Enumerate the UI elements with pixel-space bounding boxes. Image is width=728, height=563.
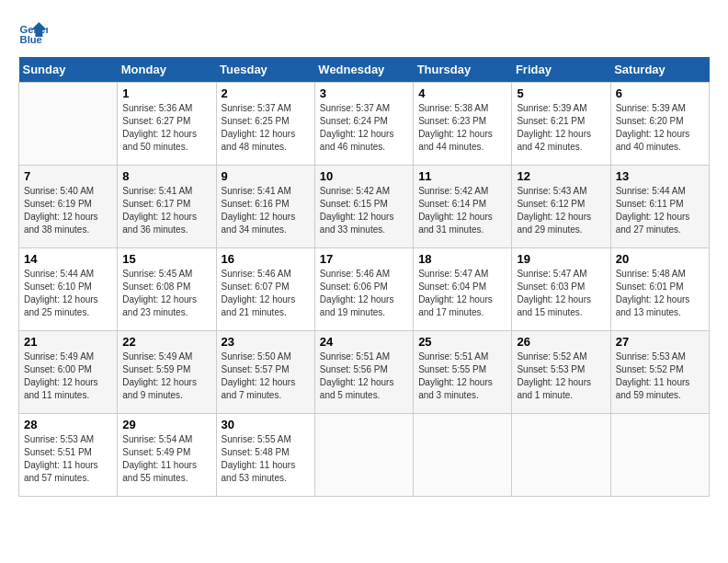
day-number: 19 bbox=[517, 252, 605, 266]
day-number: 10 bbox=[320, 169, 408, 183]
day-info: Sunrise: 5:47 AM Sunset: 6:03 PM Dayligh… bbox=[517, 268, 605, 319]
day-info: Sunrise: 5:40 AM Sunset: 6:19 PM Dayligh… bbox=[24, 185, 112, 236]
day-info: Sunrise: 5:46 AM Sunset: 6:06 PM Dayligh… bbox=[320, 268, 408, 319]
day-number: 8 bbox=[122, 169, 210, 183]
day-number: 28 bbox=[24, 418, 112, 431]
day-number: 1 bbox=[122, 86, 210, 100]
day-info: Sunrise: 5:41 AM Sunset: 6:17 PM Dayligh… bbox=[122, 185, 210, 236]
calendar-week-row: 14Sunrise: 5:44 AM Sunset: 6:10 PM Dayli… bbox=[19, 248, 710, 331]
calendar-cell: 12Sunrise: 5:43 AM Sunset: 6:12 PM Dayli… bbox=[512, 166, 610, 248]
calendar-cell: 29Sunrise: 5:54 AM Sunset: 5:49 PM Dayli… bbox=[118, 414, 216, 497]
day-number: 27 bbox=[616, 335, 704, 349]
calendar-cell: 1Sunrise: 5:36 AM Sunset: 6:27 PM Daylig… bbox=[118, 83, 216, 166]
day-number: 14 bbox=[24, 252, 112, 266]
day-of-week-header: Thursday bbox=[414, 57, 512, 83]
day-number: 23 bbox=[222, 335, 310, 349]
day-number: 6 bbox=[616, 86, 704, 100]
day-number: 2 bbox=[222, 86, 310, 100]
calendar-cell: 21Sunrise: 5:49 AM Sunset: 6:00 PM Dayli… bbox=[19, 331, 118, 414]
day-info: Sunrise: 5:43 AM Sunset: 6:12 PM Dayligh… bbox=[517, 185, 605, 236]
day-info: Sunrise: 5:39 AM Sunset: 6:21 PM Dayligh… bbox=[517, 102, 605, 154]
day-info: Sunrise: 5:50 AM Sunset: 5:57 PM Dayligh… bbox=[222, 350, 310, 402]
day-number: 30 bbox=[222, 418, 310, 431]
calendar-cell bbox=[314, 414, 413, 497]
logo-icon: General Blue bbox=[18, 18, 48, 48]
day-number: 18 bbox=[418, 252, 506, 266]
day-info: Sunrise: 5:37 AM Sunset: 6:25 PM Dayligh… bbox=[222, 102, 310, 154]
calendar-cell: 11Sunrise: 5:42 AM Sunset: 6:14 PM Dayli… bbox=[414, 166, 512, 248]
day-info: Sunrise: 5:53 AM Sunset: 5:51 PM Dayligh… bbox=[24, 433, 112, 485]
calendar-cell: 5Sunrise: 5:39 AM Sunset: 6:21 PM Daylig… bbox=[512, 83, 610, 166]
day-info: Sunrise: 5:46 AM Sunset: 6:07 PM Dayligh… bbox=[222, 268, 310, 319]
day-number: 4 bbox=[418, 86, 506, 100]
day-number: 12 bbox=[517, 169, 605, 183]
calendar-cell: 6Sunrise: 5:39 AM Sunset: 6:20 PM Daylig… bbox=[610, 83, 709, 166]
day-number: 29 bbox=[122, 418, 210, 431]
day-of-week-header: Monday bbox=[118, 57, 216, 83]
calendar-table: SundayMondayTuesdayWednesdayThursdayFrid… bbox=[18, 57, 710, 497]
day-info: Sunrise: 5:51 AM Sunset: 5:56 PM Dayligh… bbox=[320, 350, 408, 402]
day-number: 16 bbox=[222, 252, 310, 266]
day-info: Sunrise: 5:49 AM Sunset: 6:00 PM Dayligh… bbox=[24, 350, 112, 402]
day-info: Sunrise: 5:41 AM Sunset: 6:16 PM Dayligh… bbox=[222, 185, 310, 236]
calendar-week-row: 21Sunrise: 5:49 AM Sunset: 6:00 PM Dayli… bbox=[19, 331, 710, 414]
day-number: 24 bbox=[320, 335, 408, 349]
calendar-cell: 13Sunrise: 5:44 AM Sunset: 6:11 PM Dayli… bbox=[610, 166, 709, 248]
calendar-cell bbox=[19, 83, 118, 166]
day-info: Sunrise: 5:42 AM Sunset: 6:14 PM Dayligh… bbox=[418, 185, 506, 236]
calendar-cell bbox=[414, 414, 512, 497]
calendar-cell: 26Sunrise: 5:52 AM Sunset: 5:53 PM Dayli… bbox=[512, 331, 610, 414]
calendar-cell: 23Sunrise: 5:50 AM Sunset: 5:57 PM Dayli… bbox=[216, 331, 314, 414]
day-number: 5 bbox=[517, 86, 605, 100]
calendar-cell: 4Sunrise: 5:38 AM Sunset: 6:23 PM Daylig… bbox=[414, 83, 512, 166]
day-info: Sunrise: 5:55 AM Sunset: 5:48 PM Dayligh… bbox=[222, 433, 310, 485]
day-of-week-header: Sunday bbox=[19, 57, 118, 83]
calendar-cell: 2Sunrise: 5:37 AM Sunset: 6:25 PM Daylig… bbox=[216, 83, 314, 166]
calendar-cell: 28Sunrise: 5:53 AM Sunset: 5:51 PM Dayli… bbox=[19, 414, 118, 497]
day-info: Sunrise: 5:45 AM Sunset: 6:08 PM Dayligh… bbox=[122, 268, 210, 319]
day-number: 17 bbox=[320, 252, 408, 266]
calendar-cell: 15Sunrise: 5:45 AM Sunset: 6:08 PM Dayli… bbox=[118, 248, 216, 331]
day-number: 25 bbox=[418, 335, 506, 349]
day-info: Sunrise: 5:53 AM Sunset: 5:52 PM Dayligh… bbox=[616, 350, 704, 402]
calendar-cell: 22Sunrise: 5:49 AM Sunset: 5:59 PM Dayli… bbox=[118, 331, 216, 414]
calendar-cell: 17Sunrise: 5:46 AM Sunset: 6:06 PM Dayli… bbox=[314, 248, 413, 331]
day-info: Sunrise: 5:42 AM Sunset: 6:15 PM Dayligh… bbox=[320, 185, 408, 236]
calendar-cell: 8Sunrise: 5:41 AM Sunset: 6:17 PM Daylig… bbox=[118, 166, 216, 248]
calendar-cell: 10Sunrise: 5:42 AM Sunset: 6:15 PM Dayli… bbox=[314, 166, 413, 248]
logo: General Blue bbox=[18, 18, 51, 48]
day-number: 22 bbox=[122, 335, 210, 349]
day-info: Sunrise: 5:51 AM Sunset: 5:55 PM Dayligh… bbox=[418, 350, 506, 402]
day-number: 21 bbox=[24, 335, 112, 349]
day-info: Sunrise: 5:52 AM Sunset: 5:53 PM Dayligh… bbox=[517, 350, 605, 402]
calendar-cell: 18Sunrise: 5:47 AM Sunset: 6:04 PM Dayli… bbox=[414, 248, 512, 331]
calendar-cell: 27Sunrise: 5:53 AM Sunset: 5:52 PM Dayli… bbox=[610, 331, 709, 414]
day-info: Sunrise: 5:48 AM Sunset: 6:01 PM Dayligh… bbox=[616, 268, 704, 319]
day-info: Sunrise: 5:37 AM Sunset: 6:24 PM Dayligh… bbox=[320, 102, 408, 154]
day-info: Sunrise: 5:44 AM Sunset: 6:11 PM Dayligh… bbox=[616, 185, 704, 236]
day-number: 13 bbox=[616, 169, 704, 183]
day-number: 9 bbox=[222, 169, 310, 183]
calendar-cell: 25Sunrise: 5:51 AM Sunset: 5:55 PM Dayli… bbox=[414, 331, 512, 414]
calendar-cell bbox=[512, 414, 610, 497]
days-header-row: SundayMondayTuesdayWednesdayThursdayFrid… bbox=[19, 57, 710, 83]
day-number: 11 bbox=[418, 169, 506, 183]
day-info: Sunrise: 5:39 AM Sunset: 6:20 PM Dayligh… bbox=[616, 102, 704, 154]
day-number: 15 bbox=[122, 252, 210, 266]
day-info: Sunrise: 5:44 AM Sunset: 6:10 PM Dayligh… bbox=[24, 268, 112, 319]
calendar-cell: 9Sunrise: 5:41 AM Sunset: 6:16 PM Daylig… bbox=[216, 166, 314, 248]
day-number: 7 bbox=[24, 169, 112, 183]
page-header: General Blue bbox=[18, 18, 710, 48]
day-number: 3 bbox=[320, 86, 408, 100]
calendar-cell: 30Sunrise: 5:55 AM Sunset: 5:48 PM Dayli… bbox=[216, 414, 314, 497]
calendar-week-row: 7Sunrise: 5:40 AM Sunset: 6:19 PM Daylig… bbox=[19, 166, 710, 248]
calendar-week-row: 1Sunrise: 5:36 AM Sunset: 6:27 PM Daylig… bbox=[19, 83, 710, 166]
calendar-cell: 3Sunrise: 5:37 AM Sunset: 6:24 PM Daylig… bbox=[314, 83, 413, 166]
calendar-cell: 16Sunrise: 5:46 AM Sunset: 6:07 PM Dayli… bbox=[216, 248, 314, 331]
day-info: Sunrise: 5:36 AM Sunset: 6:27 PM Dayligh… bbox=[122, 102, 210, 154]
calendar-cell: 20Sunrise: 5:48 AM Sunset: 6:01 PM Dayli… bbox=[610, 248, 709, 331]
day-of-week-header: Wednesday bbox=[314, 57, 413, 83]
calendar-cell: 7Sunrise: 5:40 AM Sunset: 6:19 PM Daylig… bbox=[19, 166, 118, 248]
day-info: Sunrise: 5:47 AM Sunset: 6:04 PM Dayligh… bbox=[418, 268, 506, 319]
day-of-week-header: Tuesday bbox=[216, 57, 314, 83]
